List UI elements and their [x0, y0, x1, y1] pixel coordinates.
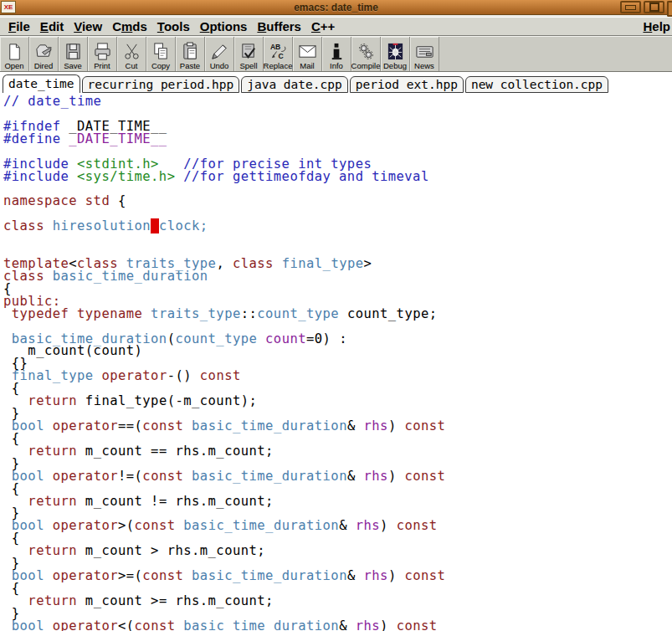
toolbar-button-label: Spell: [239, 61, 257, 70]
code-line: return m_count == rhs.m_count;: [3, 445, 672, 458]
news-button[interactable]: News: [410, 37, 439, 71]
svg-text:C: C: [278, 52, 283, 60]
menu-edit[interactable]: Edit: [35, 19, 69, 33]
code-line: m_count(count): [3, 345, 672, 357]
info-icon: [327, 42, 346, 61]
mail-button[interactable]: Mail: [293, 37, 322, 71]
code-line: bool operator>(const basic_time_duration…: [3, 520, 672, 532]
save-button[interactable]: Save: [59, 37, 88, 71]
toolbar: OpenDiredSavePrintCutCopyPasteUndoSpellA…: [0, 36, 672, 72]
replace-ab-c-icon: ABC: [269, 42, 288, 61]
code-line: {: [3, 283, 672, 295]
undo-button[interactable]: Undo: [205, 37, 234, 71]
text-cursor: _: [151, 218, 159, 233]
code-line: final_type operator-() const: [3, 370, 672, 382]
bug-icon: [386, 42, 405, 61]
buffer-tab-recurring-period-hpp[interactable]: recurring period.hpp: [82, 76, 240, 93]
code-line: bool operator==(const basic_time_duratio…: [3, 420, 672, 433]
scissors-icon: [122, 42, 141, 61]
code-line: return final_type(-m_count);: [3, 395, 672, 408]
replace-button[interactable]: ABCReplace: [264, 37, 293, 71]
menu-help[interactable]: Help: [638, 19, 672, 33]
toolbar-button-label: Undo: [210, 61, 229, 70]
app-icon-label: XE: [4, 4, 13, 11]
newspaper-icon: [415, 42, 434, 61]
cut-button[interactable]: Cut: [117, 37, 146, 71]
open-icon: [5, 42, 24, 61]
menu-tools[interactable]: Tools: [152, 19, 195, 33]
app-window-icon[interactable]: XE: [1, 1, 16, 13]
toolbar-button-label: Cut: [126, 61, 138, 70]
maximize-icon: [649, 3, 659, 12]
window-title: emacs: date_time: [0, 2, 672, 13]
toolbar-button-label: Save: [64, 61, 82, 70]
code-line: class basic_time_duration: [3, 270, 672, 283]
debug-button[interactable]: Debug: [381, 37, 410, 71]
toolbar-button-label: Paste: [180, 61, 200, 70]
print-button[interactable]: Print: [88, 37, 117, 71]
code-line: #include <sys/time.h> //for gettimeofday…: [3, 171, 672, 183]
dired-folder-icon: [34, 42, 54, 61]
menu-view[interactable]: View: [69, 19, 107, 33]
title-bar: XE emacs: date_time: [0, 0, 672, 15]
minimize-button[interactable]: [620, 1, 641, 13]
gears-icon: [357, 42, 376, 61]
toolbar-button-label: Debug: [383, 61, 407, 70]
menu-c[interactable]: C++: [306, 19, 340, 33]
code-line: bool operator<(const basic_time_duration…: [3, 620, 672, 631]
open-button[interactable]: Open: [0, 37, 29, 71]
code-line: #define _DATE_TIME__: [3, 133, 672, 146]
menu-buffers[interactable]: Buffers: [252, 19, 306, 33]
code-line: bool operator!=(const basic_time_duratio…: [3, 470, 672, 483]
toolbar-button-label: News: [414, 61, 434, 70]
close-button-clipped[interactable]: [667, 1, 672, 17]
minimize-icon: [625, 5, 636, 10]
code-line: return m_count >= rhs.m_count;: [3, 595, 672, 608]
toolbar-button-label: Dired: [34, 61, 54, 70]
window-controls: [618, 1, 672, 13]
compile-button[interactable]: Compile: [351, 37, 381, 71]
toolbar-button-label: Print: [94, 61, 110, 70]
code-line: [3, 233, 672, 245]
code-editor[interactable]: // date_time#ifndef _DATE_TIME__#define …: [0, 93, 672, 631]
menu-bar: FileEditViewCmdsToolsOptionsBuffersC++He…: [0, 18, 672, 36]
code-line: namespace std {: [3, 195, 672, 208]
toolbar-button-label: Open: [4, 61, 23, 70]
code-line: return m_count != rhs.m_count;: [3, 495, 672, 508]
toolbar-button-label: Info: [330, 61, 343, 70]
envelope-icon: [298, 42, 317, 61]
code-line: bool operator>=(const basic_time_duratio…: [3, 570, 672, 582]
paste-button[interactable]: Paste: [176, 37, 205, 71]
copy-button[interactable]: Copy: [146, 37, 176, 71]
spellcheck-book-icon: [239, 42, 259, 61]
info-button[interactable]: Info: [322, 37, 351, 71]
save-floppy-icon: [64, 42, 83, 61]
menu-options[interactable]: Options: [195, 19, 253, 33]
clipboard-icon: [181, 42, 200, 61]
code-line: typedef typename traits_type::count_type…: [3, 308, 672, 321]
buffer-tab-new-collection-cpp[interactable]: new collection.cpp: [465, 76, 608, 93]
toolbar-button-label: Compile: [351, 61, 381, 70]
menu-file[interactable]: File: [3, 19, 35, 33]
copy-pages-icon: [151, 42, 171, 61]
code-line: // date_time: [3, 95, 672, 108]
menu-cmds[interactable]: Cmds: [107, 19, 152, 33]
printer-icon: [93, 42, 112, 61]
toolbar-button-label: Copy: [151, 61, 170, 70]
toolbar-button-label: Replace: [264, 61, 293, 70]
toolbar-button-label: Mail: [300, 61, 314, 70]
code-line: return m_count > rhs.m_count;: [3, 545, 672, 557]
code-line: class hiresolution_clock;: [3, 220, 672, 233]
buffer-tab-period-ext-hpp[interactable]: period ext.hpp: [350, 76, 464, 93]
maximize-button[interactable]: [644, 1, 664, 13]
pencil-icon: [210, 42, 229, 61]
svg-text:AB: AB: [269, 43, 280, 51]
buffer-tab-date-time[interactable]: date_time: [3, 74, 80, 93]
dired-button[interactable]: Dired: [29, 37, 59, 71]
buffer-tab-bar: date_timerecurring period.hppjava date.c…: [0, 72, 672, 93]
spell-button[interactable]: Spell: [234, 37, 264, 71]
buffer-tab-java-date-cpp[interactable]: java date.cpp: [241, 76, 348, 93]
